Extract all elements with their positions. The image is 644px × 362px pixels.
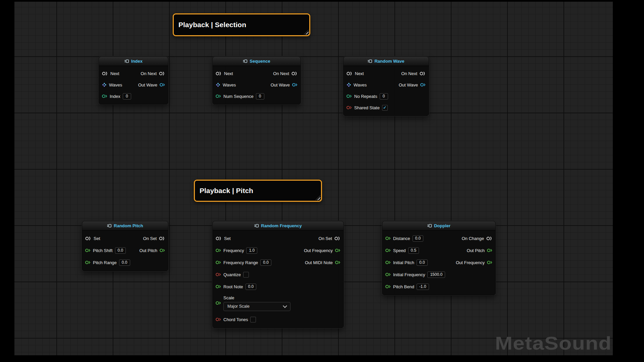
- pin-label: On Change: [462, 236, 484, 241]
- waves-array-pin-icon[interactable]: [102, 82, 107, 87]
- trigger-out-pin-icon[interactable]: [420, 71, 426, 76]
- float-pin-icon[interactable]: [85, 260, 91, 264]
- num-sequence-value-input[interactable]: 0: [256, 93, 264, 100]
- initial-pitch-value-input[interactable]: 0.0: [417, 259, 428, 266]
- pitch-bend-value-input[interactable]: -1.0: [417, 284, 429, 290]
- float-pin-icon[interactable]: [216, 260, 221, 264]
- pin-label: Speed: [393, 248, 406, 253]
- comment-box-playback-selection[interactable]: Playback | Selection: [173, 13, 310, 36]
- pin-label: Frequency Range: [223, 260, 258, 265]
- trigger-out-pin-icon[interactable]: [486, 236, 492, 241]
- root-note-value-input[interactable]: 0.0: [246, 284, 257, 290]
- pin-row: Num Sequence 0: [213, 90, 301, 102]
- pin-label: Frequency: [223, 248, 244, 253]
- float-pin-icon[interactable]: [85, 248, 91, 252]
- comment-box-playback-pitch[interactable]: Playback | Pitch: [194, 180, 322, 202]
- node-header[interactable]: Index: [99, 57, 168, 66]
- trigger-in-pin-icon[interactable]: [102, 71, 108, 76]
- shared-state-checkbox[interactable]: [382, 105, 388, 111]
- chevron-down-icon: [283, 304, 287, 308]
- float-pin-icon[interactable]: [216, 248, 221, 252]
- wave-out-pin-icon[interactable]: [160, 83, 165, 87]
- pin-label: Index: [110, 94, 120, 99]
- float-out-pin-icon[interactable]: [160, 248, 165, 252]
- pin-label: Out MIDI Note: [305, 260, 333, 265]
- node-icon: [243, 59, 248, 63]
- float-pin-icon[interactable]: [385, 273, 391, 277]
- scale-pin-icon[interactable]: [216, 301, 221, 305]
- wave-out-pin-icon[interactable]: [292, 83, 298, 87]
- letterbox-bottom: [0, 355, 644, 362]
- float-out-pin-icon[interactable]: [487, 260, 492, 264]
- pin-label: On Next: [141, 71, 157, 76]
- int-pin-icon[interactable]: [216, 94, 221, 98]
- pin-label: Waves: [223, 82, 236, 87]
- pin-label: No Repeats: [354, 94, 377, 99]
- pin-row: Root Note 0.0: [213, 281, 343, 293]
- node-header[interactable]: Doppler: [382, 221, 495, 231]
- node-title: Doppler: [434, 223, 450, 228]
- pin-row: Waves Out Wave: [343, 79, 429, 90]
- metasound-editor: MetaSound Playback | Selection Playback …: [0, 0, 644, 362]
- distance-value-input[interactable]: 0.0: [413, 235, 424, 242]
- bool-pin-icon[interactable]: [216, 317, 221, 321]
- int-pin-icon[interactable]: [346, 94, 352, 98]
- initial-frequency-value-input[interactable]: 1500.0: [427, 272, 445, 278]
- pitch-range-value-input[interactable]: 0.0: [119, 259, 130, 266]
- trigger-in-pin-icon[interactable]: [216, 236, 222, 241]
- float-out-pin-icon[interactable]: [335, 260, 340, 264]
- float-pin-icon[interactable]: [385, 260, 391, 264]
- float-pin-icon[interactable]: [385, 248, 391, 252]
- pin-label: Num Sequence: [223, 94, 254, 99]
- waves-array-pin-icon[interactable]: [216, 82, 220, 87]
- pin-row: Frequency Range 0.0 Out MIDI Note: [213, 256, 343, 268]
- trigger-out-pin-icon[interactable]: [291, 71, 298, 76]
- float-pin-icon[interactable]: [385, 236, 391, 240]
- node-random-frequency[interactable]: Random Frequency Set On Set Frequency 1.…: [212, 221, 344, 328]
- pin-label: Out Wave: [399, 82, 418, 87]
- comment-title[interactable]: Playback | Pitch: [195, 181, 321, 201]
- trigger-in-pin-icon[interactable]: [216, 71, 222, 76]
- wave-out-pin-icon[interactable]: [420, 83, 426, 87]
- pitch-shift-value-input[interactable]: 0.0: [115, 247, 126, 254]
- pin-label: Waves: [109, 82, 122, 87]
- trigger-in-pin-icon[interactable]: [85, 236, 91, 241]
- float-pin-icon[interactable]: [385, 285, 391, 289]
- node-doppler[interactable]: Doppler Distance 0.0 On Change Speed 0.5…: [382, 221, 496, 295]
- node-header[interactable]: Random Frequency: [213, 221, 343, 231]
- float-out-pin-icon[interactable]: [487, 248, 492, 252]
- index-value-input[interactable]: 0: [123, 93, 131, 100]
- pin-row: Quantize: [213, 268, 343, 281]
- frequency-range-value-input[interactable]: 0.0: [260, 259, 271, 266]
- pin-row: Distance 0.0 On Change: [382, 232, 495, 244]
- node-title: Random Wave: [374, 59, 404, 64]
- trigger-out-pin-icon[interactable]: [334, 236, 340, 241]
- node-header[interactable]: Sequence: [213, 57, 301, 66]
- node-header[interactable]: Random Pitch: [82, 221, 168, 231]
- trigger-in-pin-icon[interactable]: [346, 71, 353, 76]
- node-random-wave[interactable]: Random Wave Next On Next Waves Out Wave …: [343, 56, 429, 116]
- pin-label: Pitch Shift: [93, 248, 113, 253]
- node-header[interactable]: Random Wave: [343, 57, 429, 66]
- frequency-value-input[interactable]: 1.0: [246, 247, 257, 254]
- node-random-pitch[interactable]: Random Pitch Set On Set Pitch Shift 0.0 …: [82, 221, 168, 271]
- pin-label: Out Wave: [271, 82, 290, 87]
- bool-pin-icon[interactable]: [216, 273, 221, 277]
- pin-label: Pitch Bend: [393, 284, 414, 289]
- trigger-out-pin-icon[interactable]: [159, 236, 165, 241]
- node-index[interactable]: Index Next On Next Waves Out Wave Index …: [99, 56, 168, 105]
- scale-dropdown[interactable]: Major Scale: [223, 302, 290, 311]
- node-title: Sequence: [250, 59, 270, 64]
- speed-value-input[interactable]: 0.5: [408, 247, 419, 254]
- no-repeats-value-input[interactable]: 0: [380, 93, 388, 100]
- comment-title[interactable]: Playback | Selection: [174, 14, 309, 35]
- quantize-checkbox[interactable]: [243, 272, 249, 278]
- chord-tones-checkbox[interactable]: [250, 317, 256, 322]
- int-pin-icon[interactable]: [102, 94, 107, 98]
- float-out-pin-icon[interactable]: [335, 248, 340, 252]
- node-sequence[interactable]: Sequence Next On Next Waves Out Wave Num…: [212, 56, 301, 105]
- float-pin-icon[interactable]: [216, 285, 221, 289]
- trigger-out-pin-icon[interactable]: [159, 71, 165, 76]
- bool-pin-icon[interactable]: [346, 106, 352, 110]
- waves-array-pin-icon[interactable]: [346, 82, 351, 87]
